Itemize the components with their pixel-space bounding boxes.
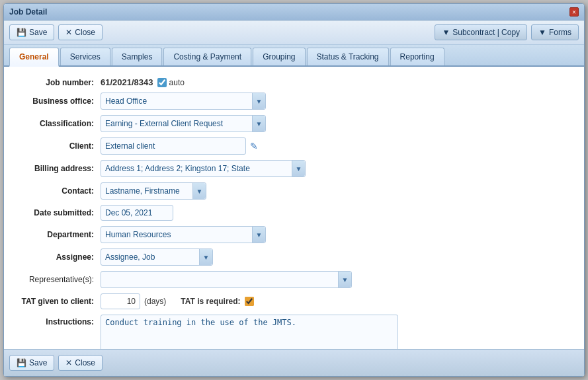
department-dropdown[interactable]: Human Resources ▼ — [101, 226, 266, 243]
close-button[interactable]: ✕ Close — [58, 24, 103, 40]
business-office-row: Business office: Head Office ▼ — [15, 93, 573, 110]
contact-arrow[interactable]: ▼ — [192, 183, 206, 199]
assignee-value: Assignee, Job — [101, 249, 199, 265]
tat-label: TAT given to client: — [15, 297, 101, 306]
tabs-bar: General Services Samples Costing & Payme… — [4, 45, 584, 67]
save-icon: 💾 — [17, 28, 26, 37]
bottom-save-button[interactable]: 💾 Save — [9, 355, 54, 371]
billing-address-label: Billing address: — [15, 164, 101, 173]
auto-checkbox-label: auto — [157, 78, 185, 87]
representative-value — [101, 272, 338, 287]
job-number-value: 61/2021/8343 — [101, 77, 153, 87]
assignee-row: Assignee: Assignee, Job ▼ — [15, 248, 573, 266]
representative-label: Representative(s): — [15, 275, 101, 284]
toolbar-right: ▼ Subcontract | Copy ▼ Forms — [435, 24, 579, 40]
representative-arrow[interactable]: ▼ — [338, 272, 351, 287]
toolbar-left: 💾 Save ✕ Close — [9, 24, 103, 40]
client-label: Client: — [15, 141, 101, 151]
tab-general[interactable]: General — [9, 48, 59, 67]
business-office-label: Business office: — [15, 96, 101, 106]
contact-label: Contact: — [15, 186, 101, 196]
dropdown-icon: ▼ — [442, 28, 450, 37]
tat-input[interactable] — [101, 293, 140, 309]
tab-reporting[interactable]: Reporting — [390, 48, 444, 65]
date-submitted-row: Date submitted: — [15, 205, 573, 221]
classification-arrow[interactable]: ▼ — [252, 116, 265, 132]
job-detail-dialog: Job Detail × 💾 Save ✕ Close ▼ Subcontrac… — [3, 3, 585, 377]
bottom-close-button[interactable]: ✕ Close — [58, 355, 103, 371]
business-office-dropdown[interactable]: Head Office ▼ — [101, 93, 266, 110]
department-label: Department: — [15, 230, 101, 239]
contact-dropdown[interactable]: Lastname, Firstname ▼ — [101, 182, 206, 200]
billing-address-dropdown[interactable]: Address 1; Address 2; Kingston 17; State… — [101, 160, 306, 177]
tat-row: TAT given to client: (days) TAT is requi… — [15, 293, 573, 309]
tat-required-label: TAT is required: — [181, 297, 240, 306]
save-button[interactable]: 💾 Save — [9, 24, 54, 40]
bottom-close-icon: ✕ — [65, 358, 72, 367]
department-arrow[interactable]: ▼ — [252, 227, 265, 243]
contact-row: Contact: Lastname, Firstname ▼ — [15, 182, 573, 200]
billing-address-value: Address 1; Address 2; Kingston 17; State — [101, 161, 292, 176]
tab-grouping[interactable]: Grouping — [253, 48, 305, 65]
billing-address-row: Billing address: Address 1; Address 2; K… — [15, 160, 573, 177]
title-bar-close-button[interactable]: × — [569, 7, 579, 17]
instructions-label: Instructions: — [15, 315, 101, 326]
department-value: Human Resources — [101, 227, 252, 243]
tat-control: (days) TAT is required: — [101, 293, 573, 309]
business-office-value: Head Office — [101, 93, 252, 109]
form-content: Job number: 61/2021/8343 auto Business o… — [4, 67, 584, 349]
representative-row: Representative(s): ▼ — [15, 271, 573, 288]
bottom-save-icon: 💾 — [17, 358, 26, 367]
classification-label: Classification: — [15, 119, 101, 128]
business-office-control: Head Office ▼ — [101, 93, 573, 110]
job-number-label: Job number: — [15, 78, 101, 87]
instructions-row: Instructions: Conduct training in the us… — [15, 315, 573, 349]
date-submitted-label: Date submitted: — [15, 208, 101, 217]
client-dropdown[interactable]: External client — [101, 137, 246, 155]
billing-address-arrow[interactable]: ▼ — [292, 161, 305, 176]
classification-dropdown[interactable]: Earning - External Client Request ▼ — [101, 115, 266, 132]
tab-samples[interactable]: Samples — [112, 48, 163, 65]
representative-control: ▼ — [101, 271, 573, 288]
client-row: Client: External client ✎ — [15, 137, 573, 155]
assignee-label: Assignee: — [15, 252, 101, 262]
tat-required-checkbox[interactable] — [245, 297, 254, 306]
tab-costing-payment[interactable]: Costing & Payment — [163, 48, 251, 65]
forms-dropdown-icon: ▼ — [538, 28, 546, 37]
assignee-arrow[interactable]: ▼ — [199, 249, 212, 265]
subcontract-copy-button[interactable]: ▼ Subcontract | Copy — [435, 24, 527, 40]
billing-address-control: Address 1; Address 2; Kingston 17; State… — [101, 160, 573, 177]
dialog-title: Job Detail — [9, 7, 47, 17]
department-control: Human Resources ▼ — [101, 226, 573, 243]
client-control: External client ✎ — [101, 137, 573, 155]
classification-row: Classification: Earning - External Clien… — [15, 115, 573, 132]
classification-control: Earning - External Client Request ▼ — [101, 115, 573, 132]
bottom-toolbar: 💾 Save ✕ Close — [4, 349, 584, 376]
instructions-control: Conduct training in the use of the JMTS. — [101, 315, 573, 349]
assignee-control: Assignee, Job ▼ — [101, 248, 573, 266]
tab-status-tracking[interactable]: Status & Tracking — [307, 48, 389, 65]
toolbar: 💾 Save ✕ Close ▼ Subcontract | Copy ▼ Fo… — [4, 20, 584, 45]
department-row: Department: Human Resources ▼ — [15, 226, 573, 243]
forms-button[interactable]: ▼ Forms — [531, 24, 579, 40]
date-submitted-input[interactable] — [101, 205, 173, 221]
close-icon: ✕ — [65, 28, 72, 37]
client-value: External client — [101, 138, 245, 154]
classification-value: Earning - External Client Request — [101, 116, 252, 132]
job-number-row: Job number: 61/2021/8343 auto — [15, 77, 573, 87]
assignee-dropdown[interactable]: Assignee, Job ▼ — [101, 248, 213, 266]
tab-services[interactable]: Services — [60, 48, 110, 65]
business-office-arrow[interactable]: ▼ — [252, 93, 265, 109]
job-number-control: 61/2021/8343 auto — [101, 77, 573, 87]
tat-days-label: (days) — [144, 297, 166, 306]
representative-dropdown[interactable]: ▼ — [101, 271, 352, 288]
title-bar: Job Detail × — [4, 4, 584, 20]
contact-control: Lastname, Firstname ▼ — [101, 182, 573, 200]
instructions-textarea[interactable]: Conduct training in the use of the JMTS. — [101, 315, 398, 349]
date-submitted-control — [101, 205, 573, 221]
auto-checkbox[interactable] — [157, 78, 167, 87]
contact-value: Lastname, Firstname — [101, 183, 192, 199]
client-edit-icon[interactable]: ✎ — [250, 141, 258, 151]
